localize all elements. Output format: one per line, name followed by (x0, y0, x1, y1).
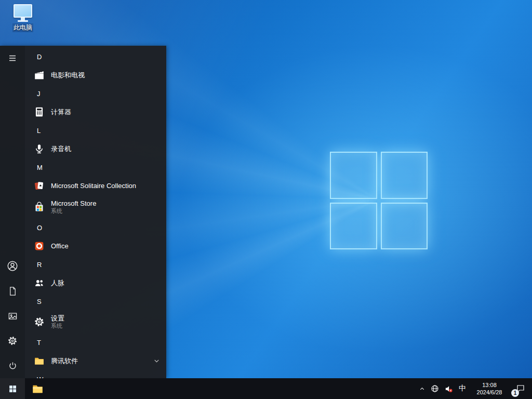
pictures-button[interactable] (0, 303, 25, 328)
start-menu-rail (0, 46, 25, 378)
app-item-voice-recorder[interactable]: 录音机 (25, 139, 166, 158)
user-icon (7, 260, 18, 272)
this-pc-label: 此电脑 (12, 23, 33, 32)
logo-pane (381, 203, 428, 250)
people-icon (32, 276, 46, 290)
app-label: 人脉 (51, 279, 64, 287)
network-button[interactable] (428, 378, 442, 399)
start-menu: D 电影和电视 J 计算器 L 录音机 M (0, 46, 166, 378)
app-label: Microsoft Store (51, 200, 96, 207)
taskbar: 中 13:08 2024/6/28 1 (0, 378, 532, 399)
clock-time: 13:08 (482, 381, 497, 389)
app-item-settings[interactable]: 设置 系统 (25, 310, 166, 334)
app-label: 设置 (51, 314, 64, 322)
tray-expand-button[interactable] (416, 378, 428, 399)
chevron-up-icon (419, 386, 425, 392)
app-label: 计算器 (51, 108, 71, 116)
account-button[interactable] (0, 254, 25, 278)
app-group-letter-w[interactable]: W (25, 370, 166, 378)
volume-button[interactable] (442, 378, 455, 399)
gear-icon (32, 315, 46, 329)
app-group-letter-m[interactable]: M (25, 158, 166, 176)
app-item-people[interactable]: 人脉 (25, 273, 166, 292)
folder-explorer-icon (32, 383, 44, 395)
app-label: Office (51, 242, 69, 250)
app-label: Microsoft Solitaire Collection (51, 182, 136, 190)
start-menu-app-list: D 电影和电视 J 计算器 L 录音机 M (25, 46, 166, 378)
settings-button[interactable] (0, 328, 25, 353)
app-group-letter-r[interactable]: R (25, 256, 166, 273)
speaker-muted-icon (444, 384, 453, 393)
system-tray: 中 13:08 2024/6/28 1 (416, 378, 532, 399)
app-item-office[interactable]: Office (25, 236, 166, 256)
network-globe-icon (431, 384, 439, 393)
taskbar-clock[interactable]: 13:08 2024/6/28 (470, 378, 509, 399)
folder-icon (32, 354, 46, 368)
voice-recorder-icon (32, 142, 46, 156)
app-folder-tencent[interactable]: 腾讯软件 (25, 351, 166, 370)
action-center-button[interactable]: 1 (509, 378, 532, 399)
this-pc-monitor-icon (14, 4, 32, 22)
ime-indicator[interactable]: 中 (455, 378, 470, 399)
app-label: 电影和电视 (51, 71, 85, 79)
hamburger-icon (8, 54, 17, 63)
clock-date: 2024/6/28 (477, 389, 502, 396)
this-pc-desktop-icon[interactable]: 此电脑 (6, 4, 39, 32)
rail-spacer (0, 71, 25, 254)
start-button[interactable] (0, 378, 25, 399)
windows-logo-icon (8, 384, 17, 393)
ime-label: 中 (459, 384, 466, 393)
app-group-letter-j[interactable]: J (25, 85, 166, 102)
app-item-movies-tv[interactable]: 电影和电视 (25, 65, 166, 85)
app-item-calculator[interactable]: 计算器 (25, 102, 166, 122)
file-explorer-button[interactable] (25, 378, 50, 399)
app-group-letter-d[interactable]: D (25, 48, 166, 65)
document-icon (8, 286, 18, 296)
gear-icon (7, 336, 18, 346)
logo-pane (330, 152, 377, 199)
app-label: 录音机 (51, 145, 71, 153)
app-item-microsoft-store[interactable]: Microsoft Store 系统 (25, 195, 166, 219)
logo-pane (330, 203, 377, 250)
app-label: 腾讯软件 (51, 357, 78, 365)
logo-pane (381, 152, 428, 199)
app-group-letter-t[interactable]: T (25, 334, 166, 351)
power-button[interactable] (0, 353, 25, 378)
chevron-down-icon[interactable] (153, 357, 160, 364)
expand-menu-button[interactable] (0, 46, 25, 71)
app-item-solitaire[interactable]: Microsoft Solitaire Collection (25, 176, 166, 195)
app-sublabel: 系统 (51, 322, 64, 330)
pictures-icon (8, 311, 18, 321)
power-icon (8, 361, 18, 371)
windows-wallpaper-logo (330, 152, 428, 249)
app-group-letter-o[interactable]: O (25, 219, 166, 236)
notification-badge: 1 (511, 389, 519, 397)
app-group-letter-l[interactable]: L (25, 122, 166, 139)
app-sublabel: 系统 (51, 207, 96, 215)
store-icon (32, 201, 46, 214)
solitaire-icon (32, 179, 46, 193)
app-group-letter-s[interactable]: S (25, 292, 166, 310)
calculator-icon (32, 105, 46, 119)
movies-tv-icon (32, 69, 46, 82)
office-icon (32, 240, 46, 253)
documents-button[interactable] (0, 278, 25, 303)
